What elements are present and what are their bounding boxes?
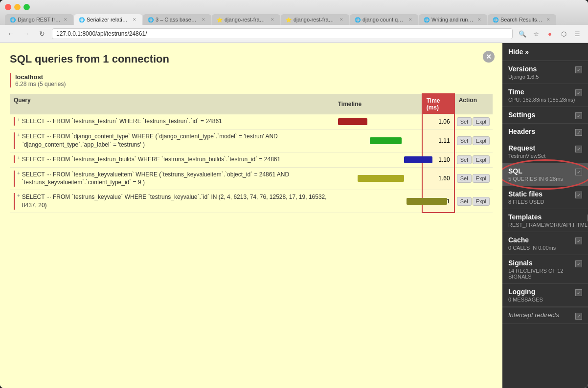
nav-bar: ← → ↻ 127.0.0.1:8000/api/testruns/24861/… xyxy=(0,25,588,43)
close-panel-button[interactable]: ✕ xyxy=(483,51,495,63)
intercept-redirects-label: Intercept redirects xyxy=(508,311,559,319)
section-checkbox[interactable] xyxy=(575,89,582,96)
action-expl-button[interactable]: Expl xyxy=(473,117,490,126)
back-button[interactable]: ← xyxy=(5,28,17,40)
expand-icon[interactable]: + xyxy=(17,171,20,176)
action-expl-button[interactable]: Expl xyxy=(473,136,490,145)
tab-label: django-rest-fram... xyxy=(225,17,268,22)
tab-close-icon[interactable]: ✕ xyxy=(407,17,413,22)
section-checkbox[interactable] xyxy=(575,112,582,119)
tab-tab2[interactable]: 🌐 Serializer relations... ✕ xyxy=(74,14,142,25)
tab-close-icon[interactable]: ✕ xyxy=(339,17,344,22)
tab-tab8[interactable]: 🌐 Search Results - G... ✕ xyxy=(488,14,556,25)
section-sub: 0 MESSAGES xyxy=(508,297,543,302)
section-checkbox[interactable] xyxy=(575,146,582,152)
timeline-bar xyxy=(404,156,432,163)
tab-tab4[interactable]: ⭐ django-rest-fram... ✕ xyxy=(212,14,280,25)
time-cell: 1.11 xyxy=(422,129,454,152)
sidebar-section-signals[interactable]: Signals 14 RECEIVERS OF 12 SIGNALS xyxy=(502,255,588,284)
query-text: SELECT ··· FROM `django_content_type` WH… xyxy=(22,132,330,149)
intercept-redirects-section[interactable]: Intercept redirects xyxy=(502,307,588,324)
menu-icon-button[interactable]: ☰ xyxy=(571,28,583,40)
timeline-container xyxy=(338,118,416,125)
section-content: Time CPU: 182.83ms (185.28ms) xyxy=(508,88,575,103)
tab-tab5[interactable]: ⭐ django-rest-fram... ✕ xyxy=(281,14,349,25)
sidebar-hide-button[interactable]: Hide » xyxy=(502,43,588,61)
sidebar-section-settings[interactable]: Settings xyxy=(502,107,588,124)
section-checkbox[interactable] xyxy=(575,192,582,198)
action-sel-button[interactable]: Sel xyxy=(457,174,472,183)
connection-name: localhost xyxy=(15,73,493,81)
query-text: SELECT ··· FROM `testruns_testrun` WHERE… xyxy=(22,117,222,126)
tab-close-icon[interactable]: ✕ xyxy=(63,17,68,22)
sidebar-section-cache[interactable]: Cache 0 CALLS IN 0.00ms xyxy=(502,232,588,255)
timeline-container xyxy=(338,175,416,182)
column-header-action: Action xyxy=(454,94,493,114)
sidebar-section-headers[interactable]: Headers xyxy=(502,124,588,140)
action-sel-button[interactable]: Sel xyxy=(457,197,472,206)
sidebar-section-request[interactable]: Request TestrunViewSet xyxy=(502,140,588,163)
expand-icon[interactable]: + xyxy=(17,117,20,123)
action-sel-button[interactable]: Sel xyxy=(457,117,472,126)
tab-tab7[interactable]: 🌐 Writing and runn... ✕ xyxy=(419,14,487,25)
bookmark-icon-button[interactable]: ☆ xyxy=(530,28,542,40)
query-table: Query Timeline Time (ms) Action + SELECT… xyxy=(10,93,493,213)
connection-header: localhost 6.28 ms (5 queries) xyxy=(10,73,493,87)
panel-title: SQL queries from 1 connection xyxy=(10,53,493,65)
action-expl-button[interactable]: Expl xyxy=(473,155,490,164)
close-window-button[interactable] xyxy=(5,4,11,10)
extension1-icon-button[interactable]: ● xyxy=(544,28,556,40)
search-icon-button[interactable]: 🔍 xyxy=(517,28,528,40)
tab-icon: ⭐ xyxy=(217,17,223,22)
action-sel-button[interactable]: Sel xyxy=(457,155,472,164)
section-checkbox[interactable] xyxy=(575,237,582,244)
section-checkbox[interactable] xyxy=(575,66,582,73)
section-checkbox[interactable] xyxy=(575,129,582,136)
tab-tab3[interactable]: 🌐 3 – Class based v... ✕ xyxy=(143,14,211,25)
tab-close-icon[interactable]: ✕ xyxy=(132,17,137,22)
section-sub: TestrunViewSet xyxy=(508,153,545,159)
section-content: Static files 8 FILES USED xyxy=(508,190,544,205)
action-sel-button[interactable]: Sel xyxy=(457,136,472,145)
column-header-query: Query xyxy=(10,94,334,114)
tab-tab1[interactable]: 🌐 Django REST fram... ✕ xyxy=(5,14,73,25)
section-checkbox[interactable] xyxy=(575,289,582,296)
expand-icon[interactable]: + xyxy=(17,193,20,198)
expand-icon[interactable]: + xyxy=(17,155,20,161)
timeline-bar xyxy=(358,175,404,182)
tab-label: 3 – Class based v... xyxy=(156,17,199,22)
table-row: + SELECT ··· FROM `testruns_keyvalueitem… xyxy=(10,167,493,190)
action-expl-button[interactable]: Expl xyxy=(473,174,490,183)
tab-close-icon[interactable]: ✕ xyxy=(201,17,206,22)
sidebar-section-sql[interactable]: SQL 5 QUERIES IN 6.28ms xyxy=(502,163,588,186)
section-checkbox[interactable] xyxy=(575,169,582,175)
address-bar[interactable]: 127.0.0.1:8000/api/testruns/24861/ xyxy=(52,28,513,39)
maximize-window-button[interactable] xyxy=(23,4,30,10)
sidebar-section-time[interactable]: Time CPU: 182.83ms (185.28ms) xyxy=(502,84,588,107)
sidebar-section-logging[interactable]: Logging 0 MESSAGES xyxy=(502,284,588,307)
intercept-redirects-checkbox[interactable] xyxy=(575,313,582,320)
red-bar-icon xyxy=(14,132,15,149)
sidebar-section-staticfiles[interactable]: Static files 8 FILES USED xyxy=(502,186,588,209)
minimize-window-button[interactable] xyxy=(14,4,21,10)
connection-stats: 6.28 ms (5 queries) xyxy=(15,81,493,87)
section-checkbox[interactable] xyxy=(575,260,582,267)
action-expl-button[interactable]: Expl xyxy=(473,197,490,206)
tab-close-icon[interactable]: ✕ xyxy=(476,17,482,22)
tab-close-icon[interactable]: ✕ xyxy=(270,17,275,22)
sidebar-section-templates[interactable]: Templates REST_FRAMEWORK/API.HTML xyxy=(502,209,588,232)
section-content: Cache 0 CALLS IN 0.00ms xyxy=(508,236,556,251)
tab-tab6[interactable]: 🌐 django count que... ✕ xyxy=(350,14,418,25)
extension2-icon-button[interactable]: ⬡ xyxy=(558,28,569,40)
tab-close-icon[interactable]: ✕ xyxy=(545,17,551,22)
forward-button[interactable]: → xyxy=(21,28,32,40)
expand-icon[interactable]: + xyxy=(17,132,20,138)
section-content: Logging 0 MESSAGES xyxy=(508,288,543,302)
time-cell: 1.06 xyxy=(422,114,454,129)
table-row: + SELECT ··· FROM `testruns_testrun` WHE… xyxy=(10,114,493,129)
tabs-bar: 🌐 Django REST fram... ✕ 🌐 Serializer rel… xyxy=(5,14,583,25)
nav-icons: 🔍 ☆ ● ⬡ ☰ xyxy=(517,28,583,40)
sidebar-section-versions[interactable]: Versions Django 1.6.5 xyxy=(502,61,588,84)
refresh-button[interactable]: ↻ xyxy=(36,28,48,40)
query-cell: + SELECT ··· FROM `testruns_keyvalue` WH… xyxy=(10,190,334,213)
